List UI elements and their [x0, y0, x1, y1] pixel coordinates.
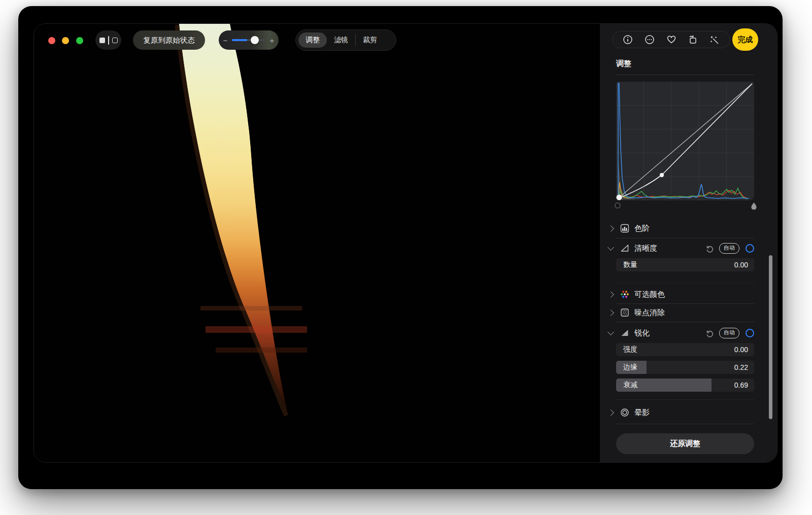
slider-value: 0.00	[734, 346, 748, 354]
divider	[616, 75, 754, 75]
white-point-handle[interactable]	[751, 202, 757, 212]
slider-intensity[interactable]: 强度 0.00	[616, 343, 754, 356]
divider	[616, 399, 754, 400]
slider-value: 0.00	[734, 261, 748, 269]
chevron-right-icon	[607, 409, 614, 416]
undo-icon[interactable]	[705, 244, 714, 253]
photo-sunset-image	[170, 24, 307, 440]
tab-filters[interactable]: 滤镜	[327, 32, 355, 48]
compare-after-icon	[112, 38, 118, 43]
done-button[interactable]: 完成	[732, 28, 758, 51]
undo-icon[interactable]	[705, 328, 714, 337]
panel-title: 调整	[616, 59, 631, 68]
black-point-handle[interactable]	[615, 202, 621, 209]
photos-edit-window: 复原到原始状态 − + 调整 滤镜 裁剪	[18, 6, 783, 489]
enable-checkbox[interactable]	[746, 329, 754, 337]
chevron-right-icon	[607, 225, 614, 232]
selective-color-icon	[620, 290, 629, 299]
slider-falloff[interactable]: 衰减 0.69	[616, 379, 754, 392]
section-vignette[interactable]: 晕影	[608, 404, 754, 421]
slider-value: 0.22	[734, 363, 748, 371]
divider	[616, 322, 754, 322]
favorite-icon[interactable]	[666, 34, 677, 45]
panel-scrollbar[interactable]	[769, 255, 772, 419]
divider	[616, 238, 754, 238]
tab-crop[interactable]: 裁剪	[356, 32, 384, 48]
slider-label: 强度	[623, 345, 637, 354]
auto-button[interactable]: 自动	[719, 243, 739, 254]
divider	[616, 424, 754, 424]
edit-mode-tabs: 调整 滤镜 裁剪	[295, 29, 396, 51]
enable-checkbox[interactable]	[746, 244, 754, 253]
slider-amount[interactable]: 数量 0.00	[616, 258, 754, 271]
section-noise-reduction[interactable]: 噪点消除	[608, 304, 754, 321]
zoom-in-button[interactable]: +	[265, 36, 279, 45]
zoom-slider-group: − +	[219, 30, 279, 50]
section-label: 清晰度	[634, 244, 657, 253]
fullscreen-button[interactable]	[76, 37, 83, 44]
section-selective-color[interactable]: 可选颜色	[608, 286, 754, 303]
section-label: 锐化	[634, 328, 650, 338]
auto-enhance-icon[interactable]	[709, 34, 721, 45]
compare-before-icon	[99, 38, 105, 43]
slider-label: 衰减	[623, 381, 637, 390]
slider-label: 数量	[623, 260, 637, 269]
section-label: 晕影	[634, 408, 650, 418]
revert-to-original-button[interactable]: 复原到原始状态	[133, 30, 205, 50]
slider-edges[interactable]: 边缘 0.22	[616, 361, 754, 374]
photo-canvas: 复原到原始状态 − + 调整 滤镜 裁剪	[34, 24, 599, 462]
section-label: 可选颜色	[634, 290, 665, 299]
panel-icon-toolbar	[612, 31, 730, 48]
minimize-button[interactable]	[62, 37, 69, 44]
histogram-curve[interactable]	[616, 82, 754, 200]
levels-icon	[620, 224, 629, 233]
tab-adjust[interactable]: 调整	[298, 32, 327, 48]
rotate-icon[interactable]	[688, 34, 699, 45]
slider-value: 0.69	[734, 381, 748, 389]
reset-adjustments-button[interactable]: 还原调整	[616, 433, 754, 454]
definition-icon	[620, 244, 629, 253]
zoom-out-button[interactable]: −	[219, 36, 232, 45]
section-label: 噪点消除	[634, 308, 665, 318]
chevron-right-icon	[607, 291, 614, 298]
more-options-icon[interactable]	[644, 34, 655, 45]
noise-reduction-icon	[620, 308, 629, 317]
window-content: 复原到原始状态 − + 调整 滤镜 裁剪	[33, 23, 777, 463]
compare-before-after-button[interactable]	[95, 30, 121, 50]
zoom-slider-fill	[232, 39, 247, 41]
divider	[616, 283, 754, 283]
zoom-slider[interactable]	[232, 39, 265, 41]
zoom-slider-thumb[interactable]	[251, 36, 259, 44]
section-sharpen[interactable]: 锐化 自动	[608, 324, 754, 341]
section-label: 色阶	[634, 224, 650, 233]
auto-button[interactable]: 自动	[719, 328, 739, 338]
section-levels[interactable]: 色阶	[608, 220, 754, 237]
vignette-icon	[620, 408, 629, 417]
slider-label: 边缘	[623, 363, 637, 372]
close-button[interactable]	[48, 37, 55, 44]
info-icon[interactable]	[622, 34, 633, 45]
chevron-down-icon	[607, 244, 614, 251]
compare-divider-icon	[108, 36, 109, 45]
sharpen-icon	[620, 328, 629, 337]
adjust-panel: 完成 调整	[599, 24, 777, 462]
section-definition[interactable]: 清晰度 自动	[608, 239, 754, 257]
chevron-down-icon	[607, 329, 614, 335]
chevron-right-icon	[607, 310, 614, 316]
